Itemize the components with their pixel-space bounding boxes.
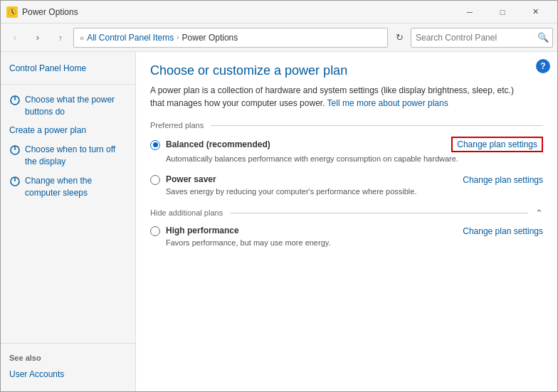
plan-power-saver-desc: Saves energy by reducing your computer's… [166,186,543,197]
breadcrumb-current: Power Options [182,33,238,43]
back-button[interactable]: ‹ [5,28,25,48]
window-icon [6,6,18,18]
power-buttons-icon [9,95,21,106]
sidebar-item-sleep-label: Change when the computer sleeps [25,175,127,199]
minimize-button[interactable]: ─ [453,1,486,23]
plan-high-perf-header: High performance [150,226,463,236]
see-also-label: See also [1,351,135,365]
search-icon[interactable]: 🔍 [534,28,552,47]
sidebar-divider-1 [1,84,135,85]
sidebar: Control Panel Home Choose what the power… [1,52,136,391]
plan-high-perf-change-link[interactable]: Change plan settings [463,226,543,236]
help-button[interactable]: ? [536,59,550,73]
preferred-plans-line [211,125,543,126]
sidebar-item-create-plan[interactable]: Create a power plan [1,121,135,140]
plan-power-saver: Power saver Change plan settings Saves e… [150,174,543,197]
close-button[interactable]: ✕ [519,1,552,23]
sidebar-see-also: See also User Accounts [1,343,135,384]
plan-power-saver-name: Power saver [166,174,216,184]
plan-high-perf-desc: Favors performance, but may use more ene… [166,238,543,248]
search-box: 🔍 [411,28,553,48]
sleep-icon [9,176,21,187]
plan-power-saver-row: Power saver Change plan settings [150,174,543,185]
plan-balanced-desc: Automatically balances performance with … [166,154,543,164]
breadcrumb-all-control-panel[interactable]: All Control Panel Items [87,33,174,43]
title-bar: Power Options ─ □ ✕ [1,1,557,23]
main-area: Control Panel Home Choose what the power… [1,52,557,391]
plan-balanced-header: Balanced (recommended) [150,139,451,150]
sidebar-item-display[interactable]: Choose when to turn off the display [1,140,135,171]
hide-additional-plans-section: Hide additional plans ⌃ High performance… [150,208,543,248]
plan-balanced-row: Balanced (recommended) Change plan setti… [150,137,543,152]
radio-dot [153,142,158,147]
hide-plans-line [230,213,528,213]
sidebar-item-power-buttons-label: Choose what the power buttons do [25,94,127,118]
plan-high-perf-row: High performance Change plan settings [150,226,543,236]
plan-power-saver-header: Power saver [150,174,463,185]
tell-me-more-link[interactable]: Tell me more about power plans [327,98,448,108]
plan-high-perf-name: High performance [166,226,239,235]
plan-balanced-name: Balanced (recommended) [166,139,270,149]
address-bar: ‹ › ↑ « All Control Panel Items › Power … [1,23,557,52]
plan-high-performance: High performance Change plan settings Fa… [150,226,543,248]
breadcrumb: « All Control Panel Items › Power Option… [80,33,381,43]
refresh-button[interactable]: ↻ [391,29,408,46]
maximize-button[interactable]: □ [486,1,519,23]
page-title: Choose or customize a power plan [150,63,543,78]
hide-plans-label: Hide additional plans [150,208,223,217]
display-icon [9,144,21,156]
preferred-plans-label: Preferred plans [150,121,204,129]
preferred-plans-header: Preferred plans [150,121,543,129]
address-field[interactable]: « All Control Panel Items › Power Option… [73,28,388,48]
up-button[interactable]: ↑ [51,28,70,48]
window-title: Power Options [22,7,453,17]
hide-plans-header: Hide additional plans ⌃ [150,208,543,218]
plan-high-perf-radio[interactable] [150,226,160,236]
plan-power-saver-change-link[interactable]: Change plan settings [463,174,543,185]
content-area: ? Choose or customize a power plan A pow… [136,52,557,391]
plan-balanced-change-link[interactable]: Change plan settings [451,137,543,152]
page-description: A power plan is a collection of hardware… [150,84,520,110]
sidebar-item-user-accounts[interactable]: User Accounts [1,365,135,384]
sidebar-item-home[interactable]: Control Panel Home [1,59,135,78]
plan-balanced: Balanced (recommended) Change plan setti… [150,137,543,164]
plan-balanced-radio[interactable] [150,140,160,150]
hide-plans-chevron[interactable]: ⌃ [535,208,543,218]
search-input[interactable] [411,33,534,43]
breadcrumb-separator: › [177,33,179,41]
sidebar-item-sleep[interactable]: Change when the computer sleeps [1,171,135,203]
sidebar-item-power-buttons[interactable]: Choose what the power buttons do [1,90,135,122]
forward-button[interactable]: › [28,28,48,48]
sidebar-item-display-label: Choose when to turn off the display [25,144,127,168]
window: Power Options ─ □ ✕ ‹ › ↑ « All Control … [0,0,558,392]
plan-power-saver-radio[interactable] [150,175,160,185]
window-controls: ─ □ ✕ [453,1,552,23]
